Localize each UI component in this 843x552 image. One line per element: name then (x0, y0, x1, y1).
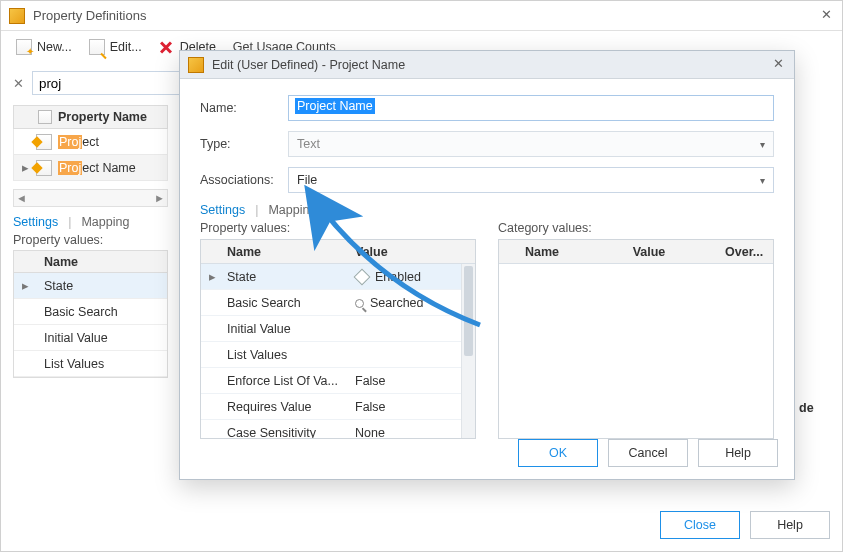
left-column: ✕ Property Name Project▸ Project Name ◄►… (13, 71, 168, 378)
delete-icon (159, 39, 175, 55)
type-label: Type: (200, 137, 288, 151)
dialog-close-button[interactable]: ✕ (770, 57, 786, 73)
window-footer: Close Help (660, 511, 830, 539)
dialog-tab-mapping[interactable]: Mapping (268, 203, 316, 217)
col-value: Value (625, 245, 717, 259)
name-label: Name: (200, 101, 288, 115)
type-value: Text (297, 137, 320, 151)
chevron-down-icon: ▾ (760, 139, 765, 150)
mini-property-table: Name ▸StateBasic SearchInitial ValueList… (13, 250, 168, 378)
row-name: Initial Value (219, 322, 347, 336)
dual-pane: Property values: Name Value ▸ State Enab… (200, 221, 774, 439)
table-row[interactable]: Basic Search Searched (201, 290, 475, 316)
associations-value: File (297, 173, 317, 187)
row-value: Searched (347, 296, 475, 310)
new-button[interactable]: ✦ New... (9, 35, 79, 59)
window-title: Property Definitions (33, 8, 818, 23)
header-label: Property Name (52, 110, 153, 124)
category-values-title: Category values: (498, 221, 774, 235)
col-name: Name (219, 245, 347, 259)
row-name: Enforce List Of Va... (219, 374, 347, 388)
search-row: ✕ (13, 71, 168, 95)
details-column: de (790, 361, 830, 429)
row-value: None (347, 426, 475, 439)
property-label: Project Name (58, 161, 136, 175)
row-value: False (347, 400, 475, 414)
col-override: Over... (717, 245, 773, 259)
row-value: False (347, 374, 475, 388)
edit-button[interactable]: Edit... (82, 35, 149, 59)
associations-dropdown[interactable]: File ▾ (288, 167, 774, 193)
window-close-button[interactable]: ✕ (818, 8, 834, 24)
row-name: State (219, 270, 347, 284)
name-input[interactable]: Project Name (288, 95, 774, 121)
horizontal-scrollbar[interactable]: ◄► (13, 189, 168, 207)
dialog-app-icon (188, 57, 204, 73)
property-icon (36, 134, 52, 150)
dialog-footer: OK Cancel Help (518, 439, 778, 467)
property-row[interactable]: ▸ Project Name (13, 155, 168, 181)
property-list-header: Property Name (13, 105, 168, 129)
search-icon (355, 299, 364, 308)
col-name: Name (517, 245, 625, 259)
row-name: Basic Search (219, 296, 347, 310)
dialog-tab-settings[interactable]: Settings (200, 203, 245, 217)
property-values-title: Property values: (200, 221, 476, 235)
row-name: Requires Value (219, 400, 347, 414)
property-values-pane: Property values: Name Value ▸ State Enab… (200, 221, 476, 439)
dialog-title: Edit (User Defined) - Project Name (212, 58, 770, 72)
property-list: Project▸ Project Name (13, 129, 168, 181)
table-row[interactable]: Enforce List Of Va... False (201, 368, 475, 394)
window-titlebar: Property Definitions ✕ (1, 1, 842, 31)
new-label: New... (37, 40, 72, 54)
property-values-label: Property values: (13, 233, 168, 247)
vertical-scrollbar[interactable] (461, 264, 475, 438)
tag-icon (355, 270, 369, 284)
table-row[interactable]: ▸State (14, 273, 167, 299)
ok-button[interactable]: OK (518, 439, 598, 467)
edit-label: Edit... (110, 40, 142, 54)
left-tabs: Settings | Mapping (13, 215, 168, 229)
row-value: Enabled▾ (347, 270, 475, 284)
property-row[interactable]: Project (13, 129, 168, 155)
app-icon (9, 8, 25, 24)
clear-search-button[interactable]: ✕ (13, 76, 24, 91)
category-values-pane: Category values: Name Value Over... (498, 221, 774, 439)
type-dropdown[interactable]: Text ▾ (288, 131, 774, 157)
edit-icon (89, 39, 105, 55)
table-row[interactable]: Requires Value False (201, 394, 475, 420)
table-row[interactable]: ▸ State Enabled▾ (201, 264, 475, 290)
chevron-down-icon: ▾ (760, 175, 765, 186)
help-button[interactable]: Help (750, 511, 830, 539)
category-values-grid: Name Value Over... (498, 239, 774, 439)
cancel-button[interactable]: Cancel (608, 439, 688, 467)
property-values-grid: Name Value ▸ State Enabled▾ Basic Search… (200, 239, 476, 439)
mini-head-name: Name (36, 255, 86, 269)
dialog-help-button[interactable]: Help (698, 439, 778, 467)
table-row[interactable]: Basic Search (14, 299, 167, 325)
dialog-tabs: Settings | Mapping (200, 203, 774, 217)
new-icon: ✦ (16, 39, 32, 55)
property-icon (36, 160, 52, 176)
tab-mapping[interactable]: Mapping (81, 215, 129, 229)
close-button[interactable]: Close (660, 511, 740, 539)
dialog-body: Name: Project Name Type: Text ▾ Associat… (180, 79, 794, 429)
name-row: Name: Project Name (200, 95, 774, 121)
dialog-titlebar: Edit (User Defined) - Project Name ✕ (180, 51, 794, 79)
col-value: Value (347, 245, 475, 259)
details-header: de (799, 401, 822, 421)
table-row[interactable]: Initial Value (14, 325, 167, 351)
row-name: List Values (219, 348, 347, 362)
tab-settings[interactable]: Settings (13, 215, 58, 229)
row-name: Case Sensitivity (219, 426, 347, 439)
name-value: Project Name (295, 98, 375, 114)
associations-row: Associations: File ▾ (200, 167, 774, 193)
table-row[interactable]: Case Sensitivity None (201, 420, 475, 438)
edit-dialog: Edit (User Defined) - Project Name ✕ Nam… (179, 50, 795, 480)
table-row[interactable]: List Values (14, 351, 167, 377)
header-icon (38, 110, 52, 124)
table-row[interactable]: Initial Value (201, 316, 475, 342)
table-row[interactable]: List Values (201, 342, 475, 368)
type-row: Type: Text ▾ (200, 131, 774, 157)
property-label: Project (58, 135, 99, 149)
